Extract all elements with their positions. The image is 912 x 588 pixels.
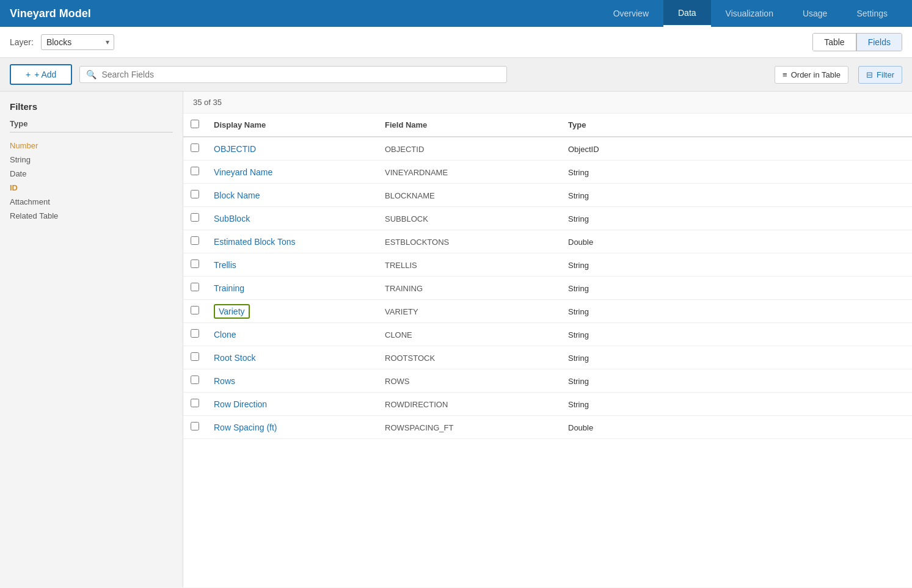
search-input[interactable] <box>101 70 500 79</box>
type-cell: String <box>561 323 912 346</box>
table-row: Root StockROOTSTOCKString <box>183 346 912 369</box>
header-checkbox-col <box>183 114 206 137</box>
row-checkbox[interactable] <box>191 422 199 430</box>
field-name-cell: BLOCKNAME <box>378 184 561 207</box>
filter-type-section-title: Type <box>10 119 173 132</box>
tab-usage[interactable]: Usage <box>788 0 842 27</box>
filter-button[interactable]: ⊟ Filter <box>858 66 902 84</box>
table-row: CloneCLONEString <box>183 323 912 346</box>
table-row: OBJECTIDOBJECTIDObjectID <box>183 137 912 161</box>
type-cell: String <box>561 253 912 277</box>
table-row: TrainingTRAININGString <box>183 277 912 300</box>
search-icon: 🔍 <box>86 70 97 79</box>
display-name-link[interactable]: OBJECTID <box>214 144 256 154</box>
row-checkbox[interactable] <box>191 190 199 198</box>
layer-select[interactable]: Blocks Rows Plants <box>41 34 114 50</box>
filter-button-label: Filter <box>877 70 894 79</box>
filter-icon: ⊟ <box>866 70 873 79</box>
field-name-cell: ROWSPACING_FT <box>378 416 561 439</box>
app-title: Vineyard Model <box>10 7 599 20</box>
display-name-link[interactable]: Rows <box>214 376 235 386</box>
row-checkbox[interactable] <box>191 376 199 384</box>
fields-table: Display Name Field Name Type OBJECTIDOBJ… <box>183 114 912 439</box>
order-icon: ≡ <box>782 70 787 79</box>
type-cell: ObjectID <box>561 137 912 161</box>
filter-item-id[interactable]: ID <box>10 181 173 195</box>
tab-data[interactable]: Data <box>663 0 711 27</box>
display-name-link[interactable]: Trellis <box>214 260 236 270</box>
type-cell: Double <box>561 416 912 439</box>
add-button-label: + Add <box>34 70 56 79</box>
tab-settings[interactable]: Settings <box>842 0 902 27</box>
display-name-link[interactable]: SubBlock <box>214 214 250 223</box>
type-cell: String <box>561 207 912 230</box>
field-name-cell: TRELLIS <box>378 253 561 277</box>
layer-label: Layer: <box>10 37 34 47</box>
table-row: RowsROWSString <box>183 369 912 393</box>
field-name-cell: ESTBLOCKTONS <box>378 230 561 253</box>
display-name-link[interactable]: Block Name <box>214 191 260 200</box>
row-checkbox[interactable] <box>191 236 199 245</box>
field-name-cell: TRAINING <box>378 277 561 300</box>
header-display-name: Display Name <box>206 114 378 137</box>
type-cell: String <box>561 393 912 416</box>
layer-select-wrapper[interactable]: Blocks Rows Plants <box>41 34 114 50</box>
sidebar: Filters Type Number String Date ID Attac… <box>0 92 183 587</box>
type-cell: String <box>561 369 912 393</box>
type-cell: String <box>561 277 912 300</box>
order-in-table-button[interactable]: ≡ Order in Table <box>775 66 848 84</box>
table-row: Row DirectionROWDIRECTIONString <box>183 393 912 416</box>
header-type: Type <box>561 114 912 137</box>
add-icon: + <box>26 70 31 79</box>
table-row: Block NameBLOCKNAMEString <box>183 184 912 207</box>
display-name-link[interactable]: Row Spacing (ft) <box>214 423 277 432</box>
display-name-link[interactable]: Estimated Block Tons <box>214 237 296 247</box>
display-name-link[interactable]: Vineyard Name <box>214 167 272 177</box>
view-fields-button[interactable]: Fields <box>856 34 902 51</box>
table-row: Estimated Block TonsESTBLOCKTONSDouble <box>183 230 912 253</box>
view-table-button[interactable]: Table <box>813 34 856 51</box>
display-name-link[interactable]: Row Direction <box>214 399 267 409</box>
row-checkbox[interactable] <box>191 352 199 361</box>
table-header: Display Name Field Name Type <box>183 114 912 137</box>
row-checkbox[interactable] <box>191 399 199 407</box>
sub-toolbar: Layer: Blocks Rows Plants Table Fields <box>0 27 912 58</box>
table-row: Row Spacing (ft)ROWSPACING_FTDouble <box>183 416 912 439</box>
type-cell: Double <box>561 230 912 253</box>
action-bar: + + Add 🔍 ≡ Order in Table ⊟ Filter <box>0 58 912 92</box>
field-name-cell: ROWS <box>378 369 561 393</box>
display-name-link[interactable]: Training <box>214 283 244 293</box>
content-area: 35 of 35 Display Name Field Name Type OB… <box>183 92 912 587</box>
row-checkbox[interactable] <box>191 213 199 222</box>
search-box: 🔍 <box>79 66 507 83</box>
row-checkbox[interactable] <box>191 306 199 314</box>
sidebar-title: Filters <box>10 101 173 112</box>
nav-tabs: Overview Data Visualization Usage Settin… <box>599 0 902 27</box>
row-checkbox[interactable] <box>191 167 199 175</box>
field-name-cell: SUBBLOCK <box>378 207 561 230</box>
filter-item-attachment[interactable]: Attachment <box>10 195 173 209</box>
row-checkbox[interactable] <box>191 329 199 338</box>
display-name-link[interactable]: Clone <box>214 330 236 339</box>
results-count: 35 of 35 <box>183 92 912 114</box>
type-cell: String <box>561 184 912 207</box>
filter-item-related-table[interactable]: Related Table <box>10 209 173 223</box>
filter-item-date[interactable]: Date <box>10 167 173 181</box>
order-button-label: Order in Table <box>791 70 841 79</box>
filter-item-number[interactable]: Number <box>10 139 173 153</box>
row-checkbox[interactable] <box>191 260 199 268</box>
field-name-cell: OBJECTID <box>378 137 561 161</box>
table-row: Vineyard NameVINEYARDNAMEString <box>183 161 912 184</box>
tab-overview[interactable]: Overview <box>599 0 663 27</box>
row-checkbox[interactable] <box>191 143 199 152</box>
filter-item-string[interactable]: String <box>10 153 173 167</box>
row-checkbox[interactable] <box>191 283 199 291</box>
add-button[interactable]: + + Add <box>10 64 72 85</box>
display-name-link[interactable]: Root Stock <box>214 353 255 363</box>
table-row: TrellisTRELLISString <box>183 253 912 277</box>
select-all-checkbox[interactable] <box>191 120 199 128</box>
tab-visualization[interactable]: Visualization <box>711 0 788 27</box>
view-toggle: Table Fields <box>812 33 902 51</box>
display-name-link[interactable]: Variety <box>214 304 250 319</box>
field-name-cell: VINEYARDNAME <box>378 161 561 184</box>
